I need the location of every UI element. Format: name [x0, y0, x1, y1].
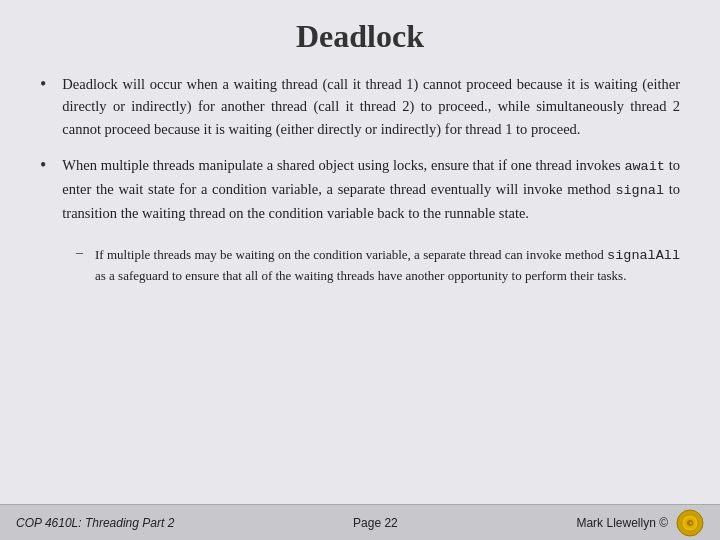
- footer-right-text: Mark Llewellyn ©: [576, 516, 668, 530]
- bullet-text-2: When multiple threads manipulate a share…: [62, 154, 680, 224]
- sub-dash: –: [76, 245, 83, 261]
- bullet-item-2: • When multiple threads manipulate a sha…: [40, 154, 680, 224]
- footer: COP 4610L: Threading Part 2 Page 22 Mark…: [0, 504, 720, 540]
- sub-text: If multiple threads may be waiting on th…: [95, 245, 680, 286]
- svg-text:©: ©: [687, 518, 694, 528]
- logo-icon: ©: [676, 509, 704, 537]
- footer-right: Mark Llewellyn © ©: [576, 509, 704, 537]
- bullet-text-1: Deadlock will occur when a waiting threa…: [62, 73, 680, 140]
- bullet-dot-2: •: [40, 155, 46, 176]
- sub-bullet: – If multiple threads may be waiting on …: [40, 245, 680, 286]
- bullet-dot-1: •: [40, 74, 46, 95]
- footer-left: COP 4610L: Threading Part 2: [16, 516, 174, 530]
- slide-title: Deadlock: [40, 18, 680, 55]
- footer-center: Page 22: [353, 516, 398, 530]
- slide: Deadlock • Deadlock will occur when a wa…: [0, 0, 720, 540]
- code-signalall: signalAll: [607, 248, 680, 263]
- code-signal: signal: [615, 183, 664, 198]
- bullet-item-1: • Deadlock will occur when a waiting thr…: [40, 73, 680, 140]
- slide-content: Deadlock • Deadlock will occur when a wa…: [0, 0, 720, 504]
- code-await: await: [624, 159, 665, 174]
